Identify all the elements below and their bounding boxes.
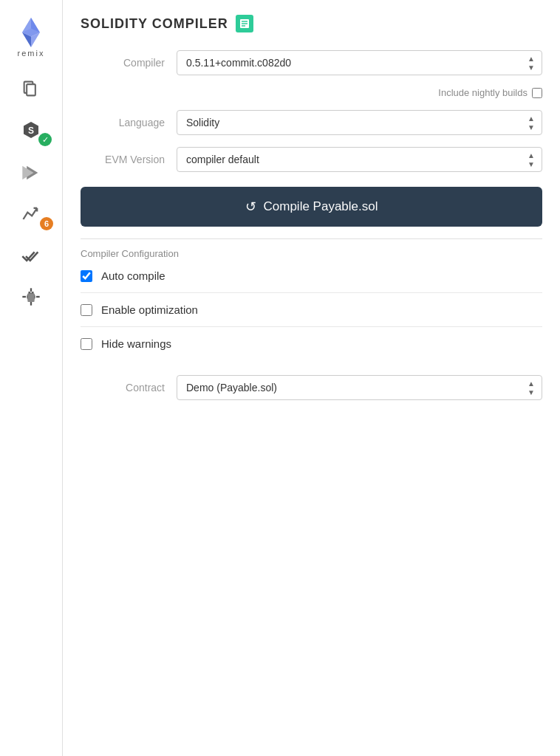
solidity-active-badge: ✓ <box>38 133 52 146</box>
refresh-icon: ↺ <box>245 199 256 215</box>
hide-warnings-item: Hide warnings <box>81 327 542 360</box>
logo-text: remix <box>18 49 45 58</box>
auto-compile-item: Auto compile <box>81 259 542 293</box>
main-content: SOLIDITY COMPILER Compiler 0.5.11+commit… <box>63 0 560 756</box>
sidebar-item-analytics[interactable]: 6 <box>0 193 62 235</box>
language-row: Language Solidity ▲ ▼ <box>81 110 542 135</box>
contract-label: Contract <box>81 382 177 394</box>
svg-rect-6 <box>27 84 35 95</box>
page-title-row: SOLIDITY COMPILER <box>81 15 542 32</box>
config-title: Compiler Configuration <box>81 248 542 259</box>
compile-button-label: Compile Payable.sol <box>264 199 378 214</box>
compiler-row: Compiler 0.5.11+commit.c082d0 ▲ ▼ <box>81 50 542 75</box>
contract-section: Contract Demo (Payable.sol) ▲ ▼ <box>81 375 542 400</box>
sidebar-item-files[interactable] <box>0 68 62 109</box>
evm-select-wrapper: compiler default ▲ ▼ <box>177 147 542 172</box>
evm-label: EVM Version <box>81 154 177 165</box>
sidebar: remix S ✓ 6 <box>0 0 63 756</box>
language-select[interactable]: Solidity <box>177 110 542 135</box>
config-section: Compiler Configuration Auto compile Enab… <box>81 238 542 360</box>
sidebar-item-deploy[interactable] <box>0 152 62 193</box>
auto-compile-checkbox[interactable] <box>81 270 92 282</box>
verify-icon <box>21 245 41 266</box>
analytics-icon <box>21 204 41 224</box>
include-nightly-row: Include nightly builds <box>81 87 542 98</box>
evm-row: EVM Version compiler default ▲ ▼ <box>81 147 542 172</box>
deploy-icon <box>21 162 41 183</box>
title-icon <box>236 15 253 32</box>
hide-warnings-label: Hide warnings <box>101 337 171 350</box>
compile-button[interactable]: ↺ Compile Payable.sol <box>81 187 542 227</box>
svg-text:S: S <box>28 126 34 136</box>
sidebar-logo[interactable]: remix <box>0 7 62 68</box>
analytics-badge: 6 <box>40 217 53 230</box>
ethereum-logo-icon <box>16 18 46 47</box>
auto-compile-label: Auto compile <box>101 269 165 282</box>
include-nightly-label: Include nightly builds <box>438 87 527 98</box>
sidebar-item-solidity[interactable]: S ✓ <box>0 109 62 152</box>
compiler-label: Compiler <box>81 57 177 69</box>
include-nightly-checkbox[interactable] <box>532 88 542 98</box>
plugin-icon <box>21 286 41 307</box>
language-select-wrapper: Solidity ▲ ▼ <box>177 110 542 135</box>
compiler-select-wrapper: 0.5.11+commit.c082d0 ▲ ▼ <box>177 50 542 75</box>
page-title: SOLIDITY COMPILER <box>81 16 228 32</box>
svg-rect-15 <box>27 293 34 302</box>
contract-row: Contract Demo (Payable.sol) ▲ ▼ <box>81 375 542 400</box>
sidebar-item-plugin[interactable] <box>0 276 62 317</box>
files-icon <box>21 78 41 99</box>
sidebar-item-verify[interactable] <box>0 235 62 276</box>
contract-select-wrapper: Demo (Payable.sol) ▲ ▼ <box>177 375 542 400</box>
hide-warnings-checkbox[interactable] <box>81 338 92 350</box>
contract-select[interactable]: Demo (Payable.sol) <box>177 375 542 400</box>
enable-optimization-item: Enable optimization <box>81 293 542 327</box>
document-icon <box>239 18 250 29</box>
enable-optimization-label: Enable optimization <box>101 303 198 316</box>
evm-select[interactable]: compiler default <box>177 147 542 172</box>
language-label: Language <box>81 117 177 128</box>
enable-optimization-checkbox[interactable] <box>81 304 92 316</box>
compiler-select[interactable]: 0.5.11+commit.c082d0 <box>177 50 542 75</box>
